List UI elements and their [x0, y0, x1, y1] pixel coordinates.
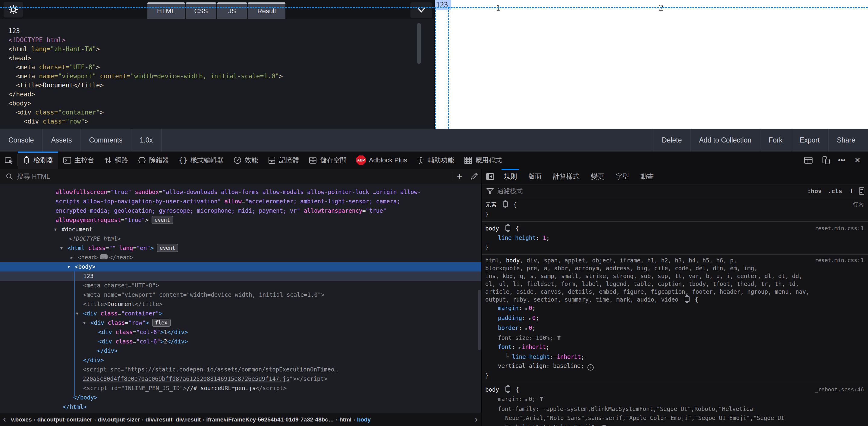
- tab-performance[interactable]: 效能: [228, 152, 263, 169]
- toggle-pseudo-classes-button[interactable]: :hov: [805, 187, 824, 195]
- footer-button-console[interactable]: Console: [0, 129, 42, 152]
- dom-row[interactable]: <div class="col-6">1</div>: [0, 327, 481, 337]
- html-code-editor[interactable]: 123<!DOCTYPE html><html lang="zh-Hant-TW…: [0, 19, 434, 129]
- css-rule-line[interactable]: body {reset.min.css:1: [482, 224, 868, 233]
- expand-twisty-icon[interactable]: ▼: [76, 309, 79, 318]
- tab-changes[interactable]: 變更: [585, 169, 610, 184]
- footer-button-export[interactable]: Export: [791, 129, 828, 152]
- css-rule-line[interactable]: html, body, div, span, applet, object, i…: [482, 256, 868, 264]
- dom-row[interactable]: <meta charset="UTF-8">: [0, 281, 481, 290]
- dom-row[interactable]: <div class="col-6">2</div>: [0, 337, 481, 346]
- breadcrumb-item[interactable]: body: [355, 416, 373, 423]
- toggle-classes-button[interactable]: .cls: [825, 187, 844, 195]
- code-line[interactable]: <html lang="zh-Hant-TW">: [8, 44, 434, 54]
- breadcrumb-item[interactable]: html: [338, 416, 353, 423]
- tab-layout[interactable]: 版面: [523, 169, 547, 184]
- breadcrumb-item[interactable]: iframe#iFrameKey-56254b41-01d9-7a32-48bc…: [204, 416, 336, 423]
- css-rule-line[interactable]: body {_reboot.scss:46: [482, 385, 868, 394]
- element-picker-button[interactable]: [0, 152, 18, 169]
- css-rule-line[interactable]: article, aside, canvas, details, embed, …: [482, 288, 868, 296]
- css-rule-line[interactable]: font-size: 100%;: [482, 333, 868, 342]
- tab-network[interactable]: 網路: [99, 152, 133, 169]
- dom-row[interactable]: ▼<body>: [0, 262, 481, 271]
- css-rule-line[interactable]: margin: ▶0;: [482, 303, 868, 313]
- stylesheet-source-link[interactable]: _reboot.scss:46: [815, 385, 864, 394]
- editor-tab-js[interactable]: JS: [217, 2, 247, 19]
- editor-tab-result[interactable]: Result: [248, 2, 285, 19]
- css-rule-line[interactable]: 元素 {行內: [482, 200, 868, 209]
- dom-row[interactable]: encrypted-media; geolocation; gyroscope;…: [0, 206, 481, 216]
- breadcrumb-item[interactable]: div.output-container: [36, 416, 94, 423]
- tab-style-editor[interactable]: {} 樣式編輯器: [174, 152, 228, 169]
- dom-row[interactable]: allowpaymentrequest="true">event: [0, 216, 481, 225]
- dom-row[interactable]: scripts allow-top-navigation-by-user-act…: [0, 197, 481, 206]
- css-rule-line[interactable]: ins, kbd, q, s, samp, small, strike, str…: [482, 272, 868, 280]
- toggle-split-console-button[interactable]: [801, 152, 815, 169]
- expand-twisty-icon[interactable]: ▶: [70, 253, 73, 262]
- print-rules-icon[interactable]: [858, 187, 865, 195]
- tab-inspector[interactable]: 檢測器: [18, 152, 58, 169]
- tab-computed[interactable]: 計算樣式: [547, 169, 585, 184]
- code-line[interactable]: <!DOCTYPE html>: [8, 36, 434, 44]
- dom-row[interactable]: <meta name="viewport" content="width=dev…: [0, 290, 481, 299]
- tab-debugger[interactable]: 除錯器: [133, 152, 174, 169]
- dom-row[interactable]: <script src="https://static.codepen.io/a…: [0, 365, 481, 374]
- create-node-button[interactable]: +: [453, 169, 467, 184]
- css-rule-line[interactable]: padding: ▶0;: [482, 313, 868, 323]
- css-rule-line[interactable]: ol, ul, li, fieldset, form, label, legen…: [482, 280, 868, 288]
- tab-console[interactable]: 主控台: [58, 152, 99, 169]
- code-line[interactable]: </head>: [8, 90, 434, 99]
- add-rule-button[interactable]: +: [846, 186, 857, 196]
- css-rule-line[interactable]: └ line-height: inherit;: [482, 352, 868, 361]
- dom-row[interactable]: ▼<div class="container">: [0, 309, 481, 318]
- dom-row[interactable]: ▼<html class="" lang="en">event: [0, 243, 481, 253]
- css-rule-line[interactable]: }: [482, 209, 868, 219]
- code-line[interactable]: 123: [8, 27, 434, 36]
- stylesheet-source-link[interactable]: reset.min.css:1: [815, 256, 864, 264]
- footer-button-add-to-collection[interactable]: Add to Collection: [690, 129, 760, 152]
- responsive-design-mode-button[interactable]: [819, 152, 833, 169]
- footer-button-fork[interactable]: Fork: [760, 129, 791, 152]
- css-rule-line[interactable]: font: ▶inherit;: [482, 342, 868, 352]
- dom-row[interactable]: ▼#document: [0, 225, 481, 234]
- expand-twisty-icon[interactable]: ▼: [67, 262, 70, 271]
- css-rule-line[interactable]: }: [482, 242, 868, 252]
- dom-row[interactable]: allowfullscreen="true" sandbox="allow-do…: [0, 187, 481, 197]
- css-rule-line[interactable]: vertical-align: baseline; i: [482, 361, 868, 370]
- editor-tab-html[interactable]: HTML: [147, 2, 185, 19]
- code-line[interactable]: <head>: [8, 54, 434, 63]
- breadcrumb-scroll-right-icon[interactable]: ›: [475, 414, 481, 425]
- expand-twisty-icon[interactable]: ▼: [83, 318, 86, 327]
- dom-tree-scrollbar[interactable]: [478, 290, 481, 350]
- css-rule-line[interactable]: line-height: 1;: [482, 233, 868, 242]
- tab-memory[interactable]: 記憶體: [263, 152, 304, 169]
- stylesheet-source-link[interactable]: reset.min.css:1: [815, 224, 864, 233]
- dom-row[interactable]: <title>Document</title>: [0, 299, 481, 309]
- css-rule-line[interactable]: margin: ▶0;: [482, 394, 868, 404]
- collapse-sidebar-button[interactable]: [482, 169, 498, 184]
- editor-tab-css[interactable]: CSS: [186, 2, 216, 19]
- dom-row[interactable]: </div>: [0, 346, 481, 356]
- footer-button-comments[interactable]: Comments: [81, 129, 131, 152]
- tab-animations[interactable]: 動畫: [635, 169, 659, 184]
- css-rule-line[interactable]: }: [482, 370, 868, 380]
- footer-button-share[interactable]: Share: [828, 129, 864, 152]
- dom-row[interactable]: </html>: [0, 402, 481, 412]
- code-line[interactable]: <div class="row">: [8, 117, 434, 126]
- code-line[interactable]: <meta charset="UTF-8">: [8, 63, 434, 72]
- code-line[interactable]: <div class="container">: [8, 108, 434, 117]
- css-rule-line[interactable]: Neue",Arial,"Noto Sans",sans-serif,"Appl…: [482, 413, 868, 422]
- css-rule-line[interactable]: border: ▶0;: [482, 323, 868, 333]
- dom-row[interactable]: 220a5c80d4ff8e0e70ac069bffd87a6125208814…: [0, 374, 481, 384]
- tab-rules[interactable]: 規則: [498, 169, 523, 184]
- dom-row[interactable]: 123: [0, 271, 481, 281]
- dom-row[interactable]: </div>: [0, 356, 481, 365]
- tab-adblock-plus[interactable]: ABP Adblock Plus: [351, 152, 412, 169]
- expand-twisty-icon[interactable]: ▼: [54, 225, 57, 234]
- code-line[interactable]: <body>: [8, 99, 434, 108]
- dom-row[interactable]: </body>: [0, 393, 481, 402]
- tab-accessibility[interactable]: 輔助功能: [412, 152, 459, 169]
- collapse-editor-button[interactable]: [410, 2, 432, 18]
- dom-row[interactable]: ▶<head>…</head>: [0, 253, 481, 262]
- css-rule-line[interactable]: font-family: -apple-system,BlinkMacSyste…: [482, 404, 868, 413]
